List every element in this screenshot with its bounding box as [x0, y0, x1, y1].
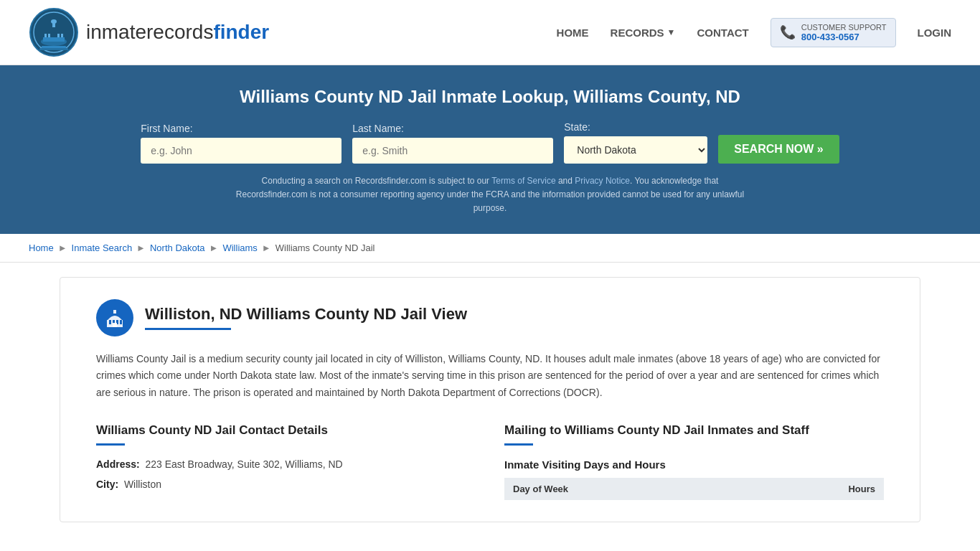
- visiting-col2-header: Hours: [740, 478, 884, 500]
- last-name-input[interactable]: [352, 138, 553, 164]
- breadcrumb-sep-2: ►: [136, 242, 146, 253]
- contact-section-title: Williams County ND Jail Contact Details: [96, 423, 476, 438]
- breadcrumb-nd[interactable]: North Dakota: [150, 242, 205, 253]
- breadcrumb-current: Williams County ND Jail: [275, 242, 375, 253]
- visiting-title: Inmate Visiting Days and Hours: [504, 458, 884, 471]
- support-label: CUSTOMER SUPPORT: [801, 23, 887, 32]
- visiting-table: Day of Week Hours: [504, 478, 884, 500]
- logo-text: inmaterecordsfinder: [86, 21, 269, 44]
- logo-icon: [29, 7, 79, 57]
- nav-records[interactable]: RECORDS ▼: [611, 27, 676, 39]
- first-name-label: First Name:: [141, 123, 192, 134]
- state-select[interactable]: North Dakota Alabama Alaska Arizona Cali…: [564, 136, 707, 164]
- breadcrumb-williams[interactable]: Williams: [222, 242, 257, 253]
- svg-rect-18: [113, 323, 117, 327]
- svg-rect-13: [113, 310, 116, 314]
- contact-underline: [96, 443, 125, 446]
- svg-rect-6: [44, 34, 47, 37]
- address-row: Address: 223 East Broadway, Suite 302, W…: [96, 458, 476, 470]
- building-icon: [104, 307, 126, 329]
- phone-icon: 📞: [780, 24, 796, 40]
- last-name-label: Last Name:: [352, 123, 404, 134]
- state-group: State: North Dakota Alabama Alaska Arizo…: [564, 121, 707, 164]
- breadcrumb-sep-3: ►: [209, 242, 219, 253]
- breadcrumb-inmate-search[interactable]: Inmate Search: [72, 242, 133, 253]
- city-value: Williston: [124, 479, 161, 490]
- last-name-group: Last Name:: [352, 123, 553, 164]
- first-name-input[interactable]: [141, 138, 341, 164]
- nav-home[interactable]: HOME: [557, 27, 589, 39]
- left-column: Williams County ND Jail Contact Details …: [96, 423, 476, 500]
- search-hero: Williams County ND Jail Inmate Lookup, W…: [0, 65, 980, 234]
- support-phone: 800-433-0567: [801, 32, 887, 42]
- svg-rect-7: [48, 34, 50, 37]
- state-label: State:: [564, 121, 590, 133]
- jail-header: Williston, ND Williams County ND Jail Vi…: [96, 299, 884, 336]
- right-column: Mailing to Williams County ND Jail Inmat…: [504, 423, 884, 500]
- svg-rect-10: [42, 46, 66, 48]
- terms-link[interactable]: Terms of Service: [491, 176, 555, 186]
- city-row: City: Williston: [96, 479, 476, 490]
- breadcrumb-sep-1: ►: [58, 242, 67, 253]
- city-label: City:: [96, 479, 118, 490]
- address-value: 223 East Broadway, Suite 302, Williams, …: [145, 458, 342, 470]
- mailing-underline: [504, 443, 533, 446]
- svg-rect-17: [120, 320, 122, 324]
- svg-rect-3: [43, 37, 65, 42]
- svg-rect-8: [57, 34, 60, 37]
- jail-page-title: Williston, ND Williams County ND Jail Vi…: [145, 305, 467, 324]
- title-underline: [145, 328, 231, 330]
- hero-title: Williams County ND Jail Inmate Lookup, W…: [29, 87, 951, 107]
- svg-rect-9: [61, 34, 63, 37]
- main-content: Williston, ND Williams County ND Jail Vi…: [60, 277, 920, 522]
- main-nav: HOME RECORDS ▼ CONTACT 📞 CUSTOMER SUPPOR…: [557, 18, 951, 47]
- privacy-link[interactable]: Privacy Notice: [575, 176, 630, 186]
- breadcrumb: Home ► Inmate Search ► North Dakota ► Wi…: [0, 234, 980, 263]
- two-column-layout: Williams County ND Jail Contact Details …: [96, 423, 884, 500]
- mailing-section-title: Mailing to Williams County ND Jail Inmat…: [504, 423, 884, 438]
- jail-title-block: Williston, ND Williams County ND Jail Vi…: [145, 305, 467, 330]
- search-button[interactable]: SEARCH NOW »: [718, 135, 839, 164]
- logo[interactable]: inmaterecordsfinder: [29, 7, 269, 57]
- jail-description: Williams County Jail is a medium securit…: [96, 351, 884, 402]
- breadcrumb-home[interactable]: Home: [29, 242, 54, 253]
- nav-records-label[interactable]: RECORDS: [611, 27, 664, 39]
- svg-point-5: [51, 19, 57, 24]
- site-header: inmaterecordsfinder HOME RECORDS ▼ CONTA…: [0, 0, 980, 65]
- chevron-down-icon: ▼: [667, 27, 676, 37]
- breadcrumb-sep-4: ►: [262, 242, 271, 253]
- jail-icon: [96, 299, 133, 336]
- svg-rect-14: [109, 320, 111, 324]
- first-name-group: First Name:: [141, 123, 341, 164]
- visiting-col1-header: Day of Week: [504, 478, 740, 500]
- svg-rect-11: [39, 48, 68, 50]
- customer-support-button[interactable]: 📞 CUSTOMER SUPPORT 800-433-0567: [771, 18, 896, 47]
- disclaimer-text: Conducting a search on Recordsfinder.com…: [232, 174, 748, 216]
- search-form: First Name: Last Name: State: North Dako…: [29, 121, 951, 164]
- nav-contact[interactable]: CONTACT: [697, 27, 749, 39]
- address-label: Address:: [96, 458, 140, 470]
- nav-login[interactable]: LOGIN: [918, 27, 952, 39]
